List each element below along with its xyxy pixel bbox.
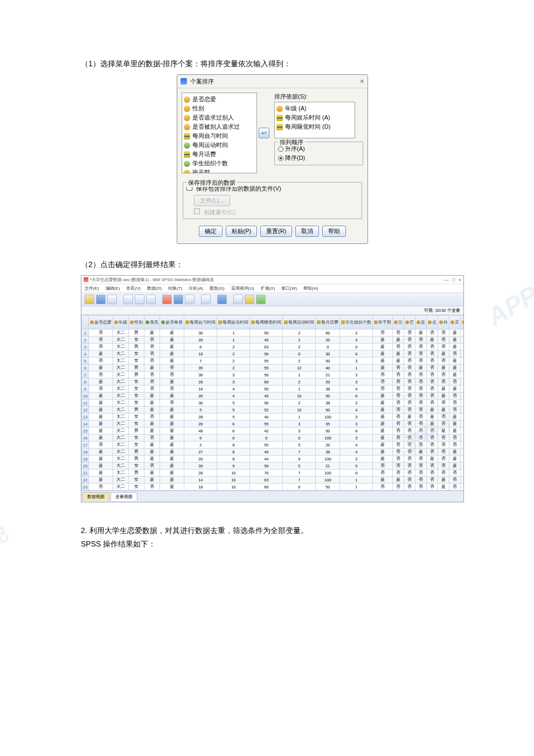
column-header[interactable]: 每周自习时间 (184, 316, 217, 330)
data-cell[interactable]: 否 (438, 344, 449, 351)
data-cell[interactable]: 是 (393, 337, 404, 344)
list-item[interactable]: 每周自习时间 (184, 131, 255, 141)
data-cell[interactable]: 否 (404, 358, 415, 365)
data-cell[interactable]: 是 (144, 449, 160, 456)
data-cell[interactable]: 1 (217, 337, 250, 344)
row-header[interactable]: 23 (82, 484, 89, 491)
data-grid-scroll[interactable]: 是否恋爱年级性别身高是否单身每周自习时间每周娱乐时间每周睡觉时间每周运动时间每月… (81, 315, 463, 491)
data-cell[interactable]: 大二 (113, 477, 129, 484)
data-cell[interactable]: 56 (250, 372, 283, 379)
list-item[interactable]: 学生组织个数 (184, 159, 255, 168)
data-cell[interactable]: 否 (438, 330, 449, 337)
redo-button[interactable] (146, 295, 156, 304)
data-cell[interactable]: 大二 (113, 442, 129, 449)
data-cell[interactable]: 否 (404, 456, 415, 463)
data-cell[interactable]: 20 (184, 421, 217, 428)
data-cell[interactable]: 60 (316, 330, 340, 337)
data-cell[interactable]: 否 (427, 379, 438, 386)
data-cell[interactable]: 100 (316, 414, 340, 421)
data-cell[interactable]: 4 (217, 386, 250, 393)
data-cell[interactable]: 56 (250, 400, 283, 407)
data-cell[interactable]: 是 (427, 421, 438, 428)
toolbar-button[interactable] (201, 295, 211, 304)
data-cell[interactable]: 2 (184, 442, 217, 449)
data-cell[interactable]: 是 (393, 358, 404, 365)
column-header[interactable]: 每周运动时间 (283, 316, 316, 330)
data-cell[interactable]: 10 (217, 477, 250, 484)
data-cell[interactable]: 3 (340, 379, 373, 386)
data-cell[interactable]: 否 (393, 435, 404, 442)
data-cell[interactable]: 3 (340, 435, 373, 442)
data-cell[interactable]: 10 (217, 470, 250, 477)
data-cell[interactable]: 是 (373, 351, 393, 358)
row-header[interactable]: 22 (82, 477, 89, 484)
data-cell[interactable]: 是 (373, 407, 393, 414)
data-cell[interactable]: 否 (461, 456, 463, 463)
data-cell[interactable]: 8 (217, 442, 250, 449)
sortby-listbox[interactable]: 年级 (A)每周娱乐时间 (A)每周睡觉时间 (D) (274, 102, 355, 138)
data-cell[interactable]: 否 (415, 393, 427, 400)
data-cell[interactable]: 否 (404, 344, 415, 351)
data-cell[interactable]: 55 (250, 365, 283, 372)
data-cell[interactable]: 16 (184, 386, 217, 393)
data-cell[interactable]: 是 (415, 449, 427, 456)
data-cell[interactable]: 是 (160, 344, 184, 351)
menu-item[interactable]: 分析(A) (189, 285, 203, 291)
undo-button[interactable] (135, 295, 144, 304)
data-cell[interactable]: 2 (283, 400, 316, 407)
column-header[interactable]: 形 (461, 316, 463, 330)
data-cell[interactable]: 否 (415, 344, 427, 351)
column-header[interactable]: 买 (449, 316, 461, 330)
data-cell[interactable]: 5 (217, 414, 250, 421)
data-cell[interactable]: 38 (316, 400, 340, 407)
data-cell[interactable]: 6 (217, 428, 250, 435)
list-item[interactable]: 是否被别人追求过 (184, 122, 255, 131)
data-cell[interactable]: 100 (316, 470, 340, 477)
data-cell[interactable]: 否 (160, 386, 184, 393)
data-cell[interactable]: 否 (449, 435, 461, 442)
data-cell[interactable]: 30 (316, 351, 340, 358)
data-cell[interactable]: 否 (427, 477, 438, 484)
data-cell[interactable]: 是 (89, 414, 113, 421)
data-cell[interactable]: 60 (250, 484, 283, 491)
data-cell[interactable]: 21 (316, 463, 340, 470)
data-cell[interactable]: 否 (438, 372, 449, 379)
data-cell[interactable]: 是 (373, 414, 393, 421)
row-header[interactable]: 17 (82, 442, 89, 449)
data-cell[interactable]: 7 (283, 470, 316, 477)
data-cell[interactable]: 否 (461, 351, 463, 358)
data-cell[interactable]: 36 (184, 372, 217, 379)
data-cell[interactable]: 4 (340, 386, 373, 393)
data-cell[interactable]: 0 (283, 484, 316, 491)
data-cell[interactable]: 2 (217, 365, 250, 372)
data-cell[interactable]: 是 (160, 477, 184, 484)
data-cell[interactable]: 是 (427, 456, 438, 463)
data-cell[interactable]: 否 (461, 421, 463, 428)
column-header[interactable]: 每周睡觉时间 (250, 316, 283, 330)
data-cell[interactable]: 10 (283, 393, 316, 400)
data-cell[interactable]: 2 (283, 379, 316, 386)
data-cell[interactable]: 是 (89, 477, 113, 484)
data-cell[interactable]: 否 (461, 428, 463, 435)
data-cell[interactable]: 女 (129, 484, 144, 491)
data-cell[interactable]: 6 (340, 428, 373, 435)
data-cell[interactable]: 否 (415, 463, 427, 470)
menu-item[interactable]: 实用程序(U) (231, 285, 254, 291)
data-cell[interactable]: 否 (415, 428, 427, 435)
data-cell[interactable]: 否 (438, 421, 449, 428)
data-cell[interactable]: 否 (427, 435, 438, 442)
data-cell[interactable]: 是 (144, 421, 160, 428)
data-cell[interactable]: 否 (427, 358, 438, 365)
data-cell[interactable]: 大二 (113, 365, 129, 372)
data-cell[interactable]: 否 (449, 351, 461, 358)
data-cell[interactable]: 女 (129, 435, 144, 442)
data-cell[interactable]: 否 (449, 400, 461, 407)
data-cell[interactable]: 0 (340, 470, 373, 477)
data-cell[interactable]: 是 (160, 463, 184, 470)
data-cell[interactable]: 12 (283, 365, 316, 372)
data-cell[interactable]: 是 (144, 456, 160, 463)
column-header[interactable]: 完 (393, 316, 404, 330)
data-cell[interactable]: 2 (283, 330, 316, 337)
data-cell[interactable]: 是 (449, 330, 461, 337)
toolbar-button[interactable] (245, 295, 254, 304)
